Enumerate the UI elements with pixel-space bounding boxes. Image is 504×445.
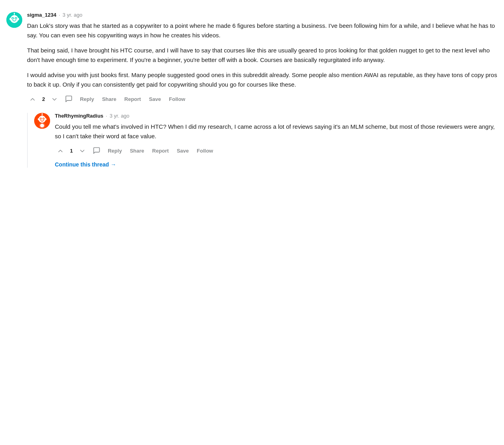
svg-point-9 [17,18,19,20]
svg-point-14 [40,118,41,119]
continue-thread-text: Continue this thread [55,161,109,168]
reply-button-sigma[interactable]: Reply [78,95,96,104]
share-button-rhyming[interactable]: Share [128,146,147,155]
comment-rhyming: TheRhymingRadius · 3 yr. ago Could you t… [34,113,498,168]
downvote-icon-sigma [50,95,58,103]
arrow-right-icon: → [110,161,116,168]
reply-bubble-icon-rhyming [93,147,101,155]
svg-point-18 [38,118,39,120]
downvote-rhyming[interactable] [77,145,88,157]
share-button-sigma[interactable]: Share [100,95,119,104]
downvote-sigma[interactable] [49,94,60,105]
comment-body-sigma: sigma_1234 · 3 yr. ago Dan Lok's story w… [27,12,498,105]
report-button-rhyming[interactable]: Report [150,146,171,155]
comment-actions-sigma: 2 Reply Share [27,93,498,105]
svg-point-11 [39,116,46,123]
reply-button-rhyming[interactable]: Reply [105,146,124,155]
save-button-sigma[interactable]: Save [147,95,163,104]
username-sigma: sigma_1234 [27,12,56,18]
continue-thread-link[interactable]: Continue this thread → [55,161,116,168]
nested-comment-container: TheRhymingRadius · 3 yr. ago Could you t… [27,113,498,168]
comment-text-sigma: Dan Lok's story was that he started as a… [27,21,498,89]
svg-point-1 [10,15,18,23]
comment-header-rhyming: TheRhymingRadius · 3 yr. ago [55,113,498,119]
follow-button-sigma[interactable]: Follow [167,95,188,104]
follow-button-rhyming[interactable]: Follow [194,146,215,155]
comment-body-rhyming: TheRhymingRadius · 3 yr. ago Could you t… [55,113,498,168]
svg-point-4 [12,18,14,19]
svg-point-15 [43,118,44,119]
svg-point-7 [14,13,15,14]
save-button-rhyming[interactable]: Save [174,146,191,155]
svg-point-21 [40,124,44,128]
reply-icon-sigma[interactable] [63,93,74,105]
comments-section: sigma_1234 · 3 yr. ago Dan Lok's story w… [0,8,504,180]
downvote-icon-rhyming [78,147,86,155]
upvote-rhyming[interactable] [55,145,66,157]
svg-point-17 [42,113,43,114]
comment-text-rhyming: Could you tell me what's involved in HTC… [55,122,498,141]
username-rhyming: TheRhymingRadius [55,113,103,119]
comment-header-sigma: sigma_1234 · 3 yr. ago [27,12,498,18]
svg-point-8 [10,18,11,20]
vote-count-rhyming: 1 [70,148,73,154]
upvote-icon-rhyming [56,147,64,155]
comment-sigma: sigma_1234 · 3 yr. ago Dan Lok's story w… [6,12,498,105]
svg-point-5 [16,18,17,19]
svg-point-19 [45,118,47,120]
timestamp-sigma: 3 yr. ago [62,12,82,18]
timestamp-rhyming: 3 yr. ago [110,113,130,119]
avatar-rhyming [34,113,50,129]
upvote-sigma[interactable] [27,94,38,105]
vote-count-sigma: 2 [42,96,45,102]
upvote-icon-sigma [29,95,37,103]
report-button-sigma[interactable]: Report [122,95,143,104]
comment-actions-rhyming: 1 [55,145,498,157]
reply-icon-rhyming[interactable] [91,145,102,157]
avatar-sigma [6,12,22,28]
reply-bubble-icon-sigma [65,95,73,103]
